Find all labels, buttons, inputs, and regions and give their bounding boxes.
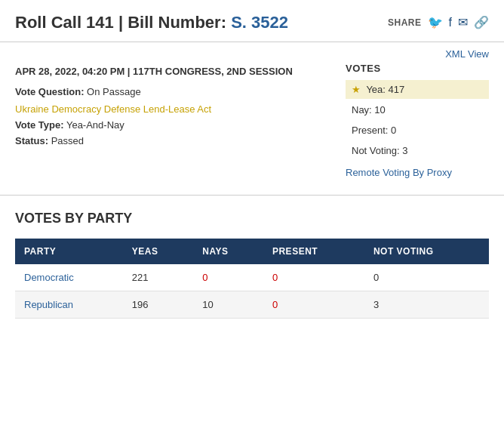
page-header: Roll Call 141 | Bill Number: S. 3522 SHA… [0, 0, 504, 42]
table-body: Democratic221000Republican1961003 [15, 264, 489, 319]
not-voting-row: Not Voting: 3 [346, 141, 489, 160]
yea-label: Yea: [366, 84, 386, 95]
col-present: PRESENT [263, 239, 364, 264]
party-link[interactable]: Democratic [24, 272, 74, 283]
nays-cell: 10 [193, 291, 263, 318]
date-congress: APR 28, 2022, 04:20 PM | 117TH CONGRESS,… [15, 63, 330, 77]
email-icon[interactable]: ✉ [458, 15, 468, 29]
votes-panel: VOTES ★ Yea: 417 Nay: 10 Present: 0 Not … [346, 63, 489, 180]
yeas-cell: 221 [123, 264, 193, 291]
vote-details: APR 28, 2022, 04:20 PM | 117TH CONGRESS,… [15, 63, 330, 180]
party-cell: Democratic [15, 264, 123, 291]
xml-view-link[interactable]: XML View [445, 48, 489, 60]
twitter-icon[interactable]: 🐦 [428, 15, 443, 29]
share-label: SHARE [388, 17, 422, 28]
vote-type-value: Yea-And-Nay [66, 119, 124, 131]
bill-name-link[interactable]: Ukraine Democracy Defense Lend-Lease Act [15, 103, 330, 115]
table-row: Republican1961003 [15, 291, 489, 318]
not-voting-label: Not Voting: [352, 145, 400, 156]
yea-row: ★ Yea: 417 [346, 80, 489, 99]
link-icon[interactable]: 🔗 [474, 15, 489, 29]
table-header: PARTY YEAS NAYS PRESENT NOT VOTING [15, 239, 489, 264]
not-voting-cell: 3 [364, 291, 489, 318]
not-voting-value: 3 [402, 145, 407, 156]
present-label: Present: [352, 125, 388, 136]
votes-by-party-title: VOTES BY PARTY [15, 211, 489, 226]
present-row: Present: 0 [346, 121, 489, 140]
remote-voting-link[interactable]: Remote Voting By Proxy [346, 166, 489, 180]
party-cell: Republican [15, 291, 123, 318]
title-prefix: Roll Call 141 | Bill Number: [15, 13, 226, 32]
status-label: Status: [15, 135, 48, 146]
votes-title: VOTES [346, 63, 489, 74]
vote-question-label: Vote Question: [15, 86, 84, 97]
main-content: APR 28, 2022, 04:20 PM | 117TH CONGRESS,… [0, 63, 504, 187]
not-voting-cell: 0 [364, 264, 489, 291]
nay-label: Nay: [352, 104, 372, 115]
status-value: Passed [51, 135, 84, 146]
party-table: PARTY YEAS NAYS PRESENT NOT VOTING Democ… [15, 239, 489, 319]
present-cell: 0 [263, 291, 364, 318]
vote-type-label: Vote Type: [15, 119, 64, 131]
yeas-cell: 196 [123, 291, 193, 318]
bill-number[interactable]: S. 3522 [231, 13, 288, 32]
xml-view-row: XML View [0, 42, 504, 63]
col-nays: NAYS [193, 239, 263, 264]
page-title: Roll Call 141 | Bill Number: S. 3522 [15, 12, 288, 34]
present-value: 0 [391, 125, 396, 136]
col-yeas: YEAS [123, 239, 193, 264]
col-not-voting: NOT VOTING [364, 239, 489, 264]
vote-type: Vote Type: Yea-And-Nay [15, 119, 330, 131]
col-party: PARTY [15, 239, 123, 264]
nay-value: 10 [374, 104, 385, 115]
vote-question: Vote Question: On Passage [15, 86, 330, 97]
nays-cell: 0 [193, 264, 263, 291]
star-icon: ★ [352, 84, 361, 95]
share-area: SHARE 🐦 f ✉ 🔗 [388, 15, 489, 29]
table-header-row: PARTY YEAS NAYS PRESENT NOT VOTING [15, 239, 489, 264]
table-row: Democratic221000 [15, 264, 489, 291]
present-cell: 0 [263, 264, 364, 291]
yea-value: 417 [389, 84, 405, 95]
vote-question-value: On Passage [87, 86, 141, 97]
status: Status: Passed [15, 135, 330, 146]
votes-by-party-section: VOTES BY PARTY PARTY YEAS NAYS PRESENT N… [0, 195, 504, 326]
nay-row: Nay: 10 [346, 100, 489, 119]
party-link[interactable]: Republican [24, 299, 73, 310]
facebook-icon[interactable]: f [449, 16, 452, 29]
